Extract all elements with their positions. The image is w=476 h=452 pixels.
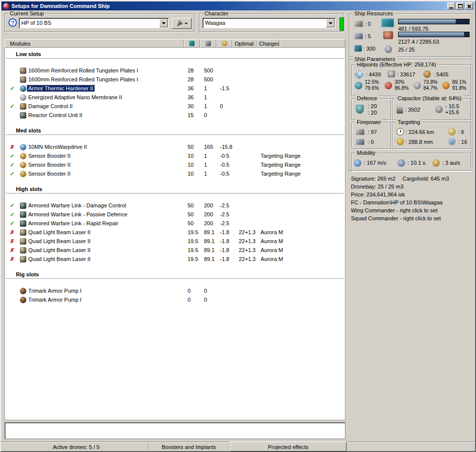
wing-commander-value[interactable]: Wing Commander - right click to set [351, 207, 473, 215]
price-value: Price: 234,641,964 isk [351, 192, 473, 199]
modules-column-header[interactable]: Modules [4, 39, 184, 48]
module-powergrid-value: 1 [204, 103, 207, 109]
character-combo-dropdown-button[interactable] [326, 19, 335, 27]
module-row[interactable]: Trimark Armor Pump I00 [5, 287, 345, 296]
projected-effects-panel[interactable] [4, 422, 345, 439]
status-ok-icon: ✓ [10, 103, 17, 110]
tab-active-drones[interactable]: Active drones: 5 / 5 [4, 443, 148, 452]
module-row[interactable]: ✓Armored Warfare Link - Passive Defence5… [5, 210, 345, 219]
status-ok-icon: ✓ [10, 171, 17, 177]
module-charges-value: Targeting Range [261, 171, 301, 177]
cpu-bar [398, 19, 470, 24]
module-row[interactable]: ✓Sensor Booster II101-0.5Targeting Range [5, 161, 345, 170]
squad-commander-value[interactable]: Squad Commander - right click to set [351, 215, 473, 223]
targeting-range-value: : 224.66 km [406, 129, 434, 135]
minimize-button[interactable] [447, 2, 455, 9]
character-skill-indicator [340, 17, 344, 31]
module-powergrid-value: 89.1 [204, 247, 214, 253]
module-row[interactable]: Trimark Armor Pump I00 [5, 296, 345, 305]
module-row[interactable]: 1600mm Reinforced Rolled Tungsten Plates… [5, 75, 345, 84]
setup-tools-button[interactable] [172, 18, 192, 29]
kinetic-resist-icon [413, 82, 421, 89]
armor-plate-icon [20, 67, 26, 74]
cpu-bar-fill [399, 19, 456, 24]
module-name: Quad Light Beam Laser II [28, 247, 90, 253]
powergrid-column-header[interactable] [200, 39, 216, 48]
calibration-icon [354, 45, 362, 52]
module-cpu-value: 50 [188, 202, 194, 208]
maximize-button[interactable] [456, 2, 464, 9]
charges-column-header[interactable]: Charges [257, 39, 279, 48]
module-row[interactable]: ✗Quad Light Beam Laser II19.589.1-1.822+… [5, 255, 345, 264]
close-button[interactable] [465, 2, 473, 9]
module-cap-value: -0.5 [220, 171, 229, 177]
titlebar[interactable]: Setups for Damnation Command Ship [1, 1, 475, 10]
module-row[interactable]: ✗Quad Light Beam Laser II19.589.1-1.822+… [5, 228, 345, 237]
module-name: Quad Light Beam Laser II [28, 256, 90, 262]
hull-hp-icon [423, 70, 431, 78]
help-button[interactable]: ? [8, 18, 17, 27]
kinetic-shield-resist: 73.8% [423, 79, 437, 85]
tab-boosters-implants[interactable]: Boosters and Implants [148, 443, 230, 452]
capacitor-title: Capacitor (Stable at: 64%) [396, 95, 463, 101]
character-combobox[interactable]: Waagaa [203, 18, 336, 28]
modules-list[interactable]: Low slots1600mm Reinforced Rolled Tungst… [4, 48, 345, 420]
mobility-group: Mobility : 167 m/s : 10.1 s : 3 au/s [351, 153, 471, 171]
optimal-column-header[interactable]: Optimal [232, 39, 257, 48]
armor-hp-value: : 33617 [397, 71, 415, 77]
module-row[interactable]: ✓Sensor Booster II101-0.5Targeting Range [5, 152, 345, 161]
explosive-resist-icon [385, 82, 392, 89]
module-cap-value: -2.5 [220, 211, 229, 217]
help-glyph: ? [11, 20, 14, 26]
module-row[interactable]: ✗10MN MicroWarpdrive II50165-15.8 [5, 143, 345, 152]
powergrid-icon [205, 41, 211, 46]
cpu-icon [381, 18, 394, 27]
cpu-column-header[interactable] [184, 39, 200, 48]
thermal-resist-icon [442, 82, 450, 89]
module-powergrid-value: 0 [204, 288, 207, 294]
status-ok-icon: ✓ [10, 162, 17, 168]
capacitor-column-header[interactable] [216, 39, 232, 48]
module-row[interactable]: ✓Sensor Booster II101-0.5Targeting Range [5, 170, 345, 179]
minimize-icon [449, 7, 453, 8]
cpu-icon [189, 41, 195, 46]
module-row[interactable]: ✓Armor Thermic Hardener II361-1.5 [5, 84, 345, 93]
module-row[interactable]: 1600mm Reinforced Rolled Tungsten Plates… [5, 66, 345, 75]
character-group: Character Waagaa [199, 13, 343, 32]
module-cpu-value: 19.5 [188, 229, 198, 235]
setup-combobox[interactable]: HP of 10 BS [19, 18, 169, 28]
laser-icon [20, 229, 26, 236]
slot-section-title: Med slots [16, 128, 41, 133]
warp-speed-icon [432, 159, 440, 167]
module-row[interactable]: Energized Adaptive Nano Membrane II361 [5, 93, 345, 102]
module-row[interactable]: ✓Armored Warfare Link - Damage Control50… [5, 201, 345, 210]
module-cap-value: -0.5 [220, 162, 229, 168]
module-cpu-value: 0 [188, 297, 191, 303]
module-row[interactable]: ✓Armored Warfare Link - Rapid Repair5020… [5, 219, 345, 228]
chevron-down-icon [185, 23, 188, 24]
setup-combo-dropdown-button[interactable] [159, 19, 168, 27]
status-ok-icon: ✓ [10, 202, 17, 209]
hitpoints-group: Hitpoints (Effective HP: 258,174) : 4439… [351, 65, 471, 96]
module-name: Quad Light Beam Laser II [28, 238, 90, 244]
warfare-link-icon [20, 211, 26, 218]
module-row[interactable]: ✓Damage Control II3010 [5, 102, 345, 111]
module-row[interactable]: Reactor Control Unit II150 [5, 111, 345, 120]
turret-hardpoints-icon [354, 21, 363, 27]
thermal-armor-resist: 91.8% [452, 85, 466, 91]
module-row[interactable]: ✗Quad Light Beam Laser II19.589.1-1.822+… [5, 246, 345, 255]
module-cpu-value: 19.5 [188, 238, 198, 244]
module-name: Armored Warfare Link - Passive Defence [28, 211, 128, 217]
module-cpu-value: 10 [188, 162, 194, 168]
module-powergrid-value: 1 [204, 153, 207, 159]
module-name: Armored Warfare Link - Rapid Repair [28, 220, 118, 226]
module-name: Damage Control II [28, 103, 72, 109]
module-powergrid-value: 89.1 [204, 238, 214, 244]
character-label: Character [203, 10, 230, 16]
module-powergrid-value: 1 [204, 85, 207, 91]
tab-projected-effects[interactable]: Projected effects [230, 442, 346, 452]
module-row[interactable]: ✗Quad Light Beam Laser II19.589.1-1.822+… [5, 237, 345, 246]
hull-hp-value: : 5405 [433, 71, 449, 77]
ship-resources-title: Ship Resources [353, 10, 395, 16]
app-icon [3, 3, 9, 9]
